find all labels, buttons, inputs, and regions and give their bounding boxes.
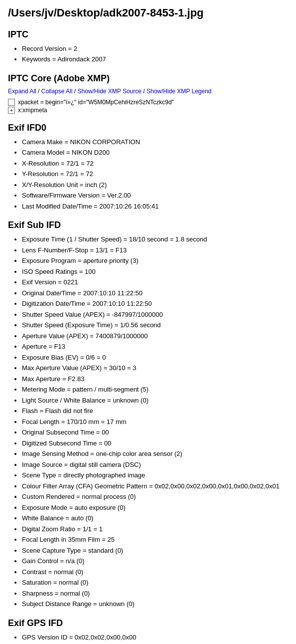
- list-item: Camera Model = NIKON D200: [22, 148, 288, 158]
- list-item: Colour Filter Array (CFA) Geometric Patt…: [22, 481, 288, 491]
- iptc-section: IPTC Record Version = 2 Keywords = Adiro…: [8, 29, 288, 64]
- exif-ifd0-heading: Exif IFD0: [8, 123, 288, 133]
- list-item: Y-Resolution = 72/1 = 72: [22, 169, 288, 179]
- list-item: Original Subsecond Time = 00: [22, 428, 288, 437]
- list-item: Light Source / White Balance = unknown (…: [22, 396, 288, 406]
- list-item: GPS Version ID = 0x02,0x02,0x00,0x00: [22, 633, 288, 643]
- iptc-core-heading: IPTC Core (Adobe XMP): [8, 73, 288, 84]
- iptc-list: Record Version = 2 Keywords = Adirondack…: [8, 44, 288, 64]
- list-item: Exposure Bias (EV) = 0/6 = 0: [22, 353, 288, 363]
- list-item: Original Date/Time = 2007:10:10 11:22:50: [22, 288, 288, 298]
- exif-sub-ifd-section: Exif Sub IFD Exposure Time (1 / Shutter …: [8, 220, 288, 609]
- show-hide-legend-link[interactable]: Show/Hide XMP Legend: [147, 88, 212, 95]
- list-item: Last Modified Date/Time = 2007:10:26 16:…: [22, 202, 288, 212]
- list-item: Keywords = Adirondack 2007: [22, 54, 288, 64]
- iptc-heading: IPTC: [8, 29, 288, 40]
- list-item: Scene Capture Type = standard (0): [22, 546, 288, 556]
- xmpmeta-expand[interactable]: +: [8, 107, 15, 114]
- xpacket-text: xpacket = begin="ï»¿" id="W5M0MpCehiHzre…: [18, 99, 174, 106]
- list-item: ISO Speed Ratings = 100: [22, 267, 288, 277]
- iptc-controls: Expand All / Collapse All / Show/Hide XM…: [8, 88, 288, 95]
- list-item: Gain Control = n/a (0): [22, 556, 288, 566]
- list-item: Max Aperture = F2.83: [22, 374, 288, 384]
- list-item: X-Resolution = 72/1 = 72: [22, 159, 288, 169]
- list-item: Exposure Time (1 / Shutter Speed) = 18/1…: [22, 234, 288, 244]
- list-item: X/Y-Resolution Unit = inch (2): [22, 180, 288, 190]
- list-item: Digitized Subsecond Time = 00: [22, 438, 288, 448]
- page-title: /Users/jv/Desktop/adk2007-8453-1.jpg: [8, 6, 288, 20]
- list-item: Shutter Speed Value (APEX) = -847997/100…: [22, 310, 288, 320]
- list-item: White Balance = auto (0): [22, 513, 288, 523]
- xpacket-checkbox[interactable]: [8, 99, 15, 106]
- exif-sub-ifd-heading: Exif Sub IFD: [8, 220, 288, 230]
- list-item: Record Version = 2: [22, 44, 288, 54]
- list-item: Exposure Program = aperture priority (3): [22, 256, 288, 266]
- list-item: Software/Firmware Version = Ver.2.00: [22, 191, 288, 201]
- xpacket-row: xpacket = begin="ï»¿" id="W5M0MpCehiHzre…: [8, 99, 288, 106]
- list-item: Scene Type = directly photographed image: [22, 470, 288, 480]
- show-hide-source-link[interactable]: Show/Hide XMP Source: [77, 88, 142, 95]
- list-item: Camera Make = NIKON CORPORATION: [22, 137, 288, 147]
- exif-ifd0-list: Camera Make = NIKON CORPORATION Camera M…: [8, 137, 288, 212]
- expand-all-link[interactable]: Expand All: [8, 88, 36, 95]
- list-item: Aperture Value (APEX) = 7400879/1000000: [22, 331, 288, 341]
- iptc-core-section: IPTC Core (Adobe XMP) Expand All / Colla…: [8, 73, 288, 114]
- list-item: Lens F-Number/F-Stop = 13/1 = F13: [22, 245, 288, 255]
- list-item: Exposure Mode = auto exposure (0): [22, 503, 288, 513]
- list-item: Aperture = F13: [22, 342, 288, 352]
- exif-gps-list: GPS Version ID = 0x02,0x02,0x00,0x00GPS …: [8, 633, 288, 644]
- list-item: Image Sensing Method = one-chip color ar…: [22, 449, 288, 459]
- list-item: Shutter Speed (Exposure Time) = 1/0.56 s…: [22, 320, 288, 330]
- list-item: Sharpness = normal (0): [22, 589, 288, 599]
- list-item: Flash = Flash did not fire: [22, 406, 288, 416]
- list-item: Focal Length in 35mm Film = 25: [22, 535, 288, 545]
- list-item: Exif Version = 0221: [22, 277, 288, 287]
- exif-sub-ifd-list: Exposure Time (1 / Shutter Speed) = 18/1…: [8, 234, 288, 609]
- list-item: Image Source = digital still camera (DSC…: [22, 460, 288, 470]
- list-item: Max Aperture Value (APEX) = 30/10 = 3: [22, 363, 288, 373]
- list-item: Custom Rendered = normal process (0): [22, 492, 288, 502]
- list-item: Focal Length = 170/10 mm = 17 mm: [22, 417, 288, 427]
- list-item: Contrast = normal (0): [22, 567, 288, 577]
- exif-gps-heading: Exif GPS IFD: [8, 618, 288, 629]
- xmpmeta-row: + x:xmpmeta: [8, 107, 288, 114]
- list-item: Digitization Date/Time = 2007:10:10 11:2…: [22, 299, 288, 309]
- exif-ifd0-section: Exif IFD0 Camera Make = NIKON CORPORATIO…: [8, 123, 288, 212]
- list-item: Metering Mode = pattern / multi-segment …: [22, 385, 288, 395]
- list-item: Saturation = normal (0): [22, 578, 288, 588]
- list-item: Subject Distance Range = unknown (0): [22, 599, 288, 609]
- exif-gps-section: Exif GPS IFD GPS Version ID = 0x02,0x02,…: [8, 618, 288, 644]
- xmpmeta-text: x:xmpmeta: [18, 107, 47, 114]
- collapse-all-link[interactable]: Collapse All: [41, 88, 73, 95]
- list-item: Digital Zoom Ratio = 1/1 = 1: [22, 524, 288, 534]
